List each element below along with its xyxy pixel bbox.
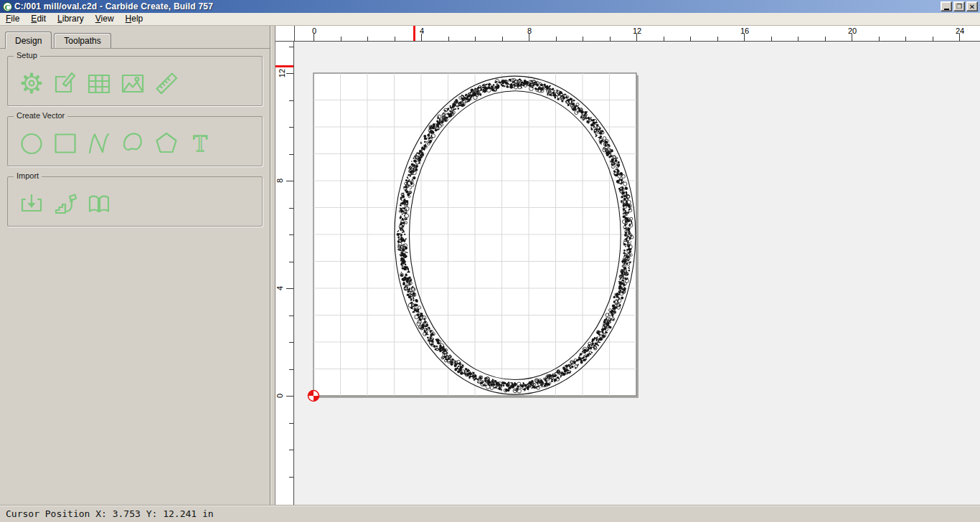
measure-icon[interactable] <box>151 68 182 98</box>
ruler-vertical: 12840 <box>275 42 294 505</box>
restore-icon: ❐ <box>956 3 962 10</box>
import-group: Import <box>7 176 263 227</box>
tab-toolpaths[interactable]: Toolpaths <box>54 33 110 48</box>
menu-help[interactable]: Help <box>120 13 149 25</box>
polygon-icon[interactable] <box>151 128 182 158</box>
job-setup-gear-icon[interactable] <box>17 68 47 98</box>
design-library-icon[interactable] <box>84 189 114 219</box>
close-icon: ✕ <box>969 3 975 11</box>
menu-library[interactable]: Library <box>52 13 90 25</box>
ruler-horizontal: 04812162024 <box>275 26 980 42</box>
sidebar-tabbar: Design Toolpaths <box>0 32 270 48</box>
svg-text:T: T <box>193 130 207 156</box>
panel-splitter[interactable] <box>270 26 275 505</box>
background-image-icon[interactable] <box>118 68 148 98</box>
status-bar: Cursor Position X: 3.753 Y: 12.241 in <box>0 505 980 522</box>
menu-view[interactable]: View <box>90 13 120 25</box>
cursor-y-marker <box>275 65 293 67</box>
minimize-button[interactable] <box>941 1 952 11</box>
rectangle-icon[interactable] <box>50 128 80 158</box>
window-title: C:/001 mill/oval.c2d - Carbide Create, B… <box>14 1 939 11</box>
app-logo-icon[interactable]: C <box>3 2 12 11</box>
edit-job-icon[interactable] <box>50 68 80 98</box>
freeform-icon[interactable] <box>118 128 148 158</box>
curve-icon[interactable] <box>84 128 114 158</box>
cursor-position-text: Cursor Position X: 3.753 Y: 12.241 in <box>6 508 214 519</box>
menu-file[interactable]: File <box>0 13 25 25</box>
cursor-x-marker <box>413 26 415 41</box>
restore-button[interactable]: ❐ <box>953 1 965 11</box>
menu-edit[interactable]: Edit <box>25 13 52 25</box>
grid-icon[interactable] <box>84 68 114 98</box>
title-bar: C C:/001 mill/oval.c2d - Carbide Create,… <box>0 0 980 13</box>
circle-icon[interactable] <box>17 128 47 158</box>
sidebar-body: Setup <box>0 48 270 227</box>
import-file-icon[interactable] <box>17 189 47 219</box>
minimize-icon <box>944 9 949 10</box>
tab-design[interactable]: Design <box>5 32 52 49</box>
app-window: C C:/001 mill/oval.c2d - Carbide Create,… <box>0 0 980 522</box>
design-sidebar: Design Toolpaths Setup <box>0 26 270 505</box>
close-button[interactable]: ✕ <box>966 1 978 11</box>
menu-bar: File Edit Library View Help <box>0 13 980 26</box>
create-vector-group-title: Create Vector <box>14 111 67 120</box>
import-group-title: Import <box>14 171 42 180</box>
canvas-area[interactable]: 04812162024 12840 <box>275 26 980 505</box>
setup-group-title: Setup <box>14 51 40 60</box>
create-vector-group: Create Vector <box>7 116 263 166</box>
ruler-corner-divider <box>294 26 295 42</box>
trace-image-icon[interactable] <box>50 189 80 219</box>
design-canvas[interactable] <box>294 42 979 505</box>
setup-group: Setup <box>7 56 263 106</box>
text-icon[interactable]: T <box>185 128 215 158</box>
